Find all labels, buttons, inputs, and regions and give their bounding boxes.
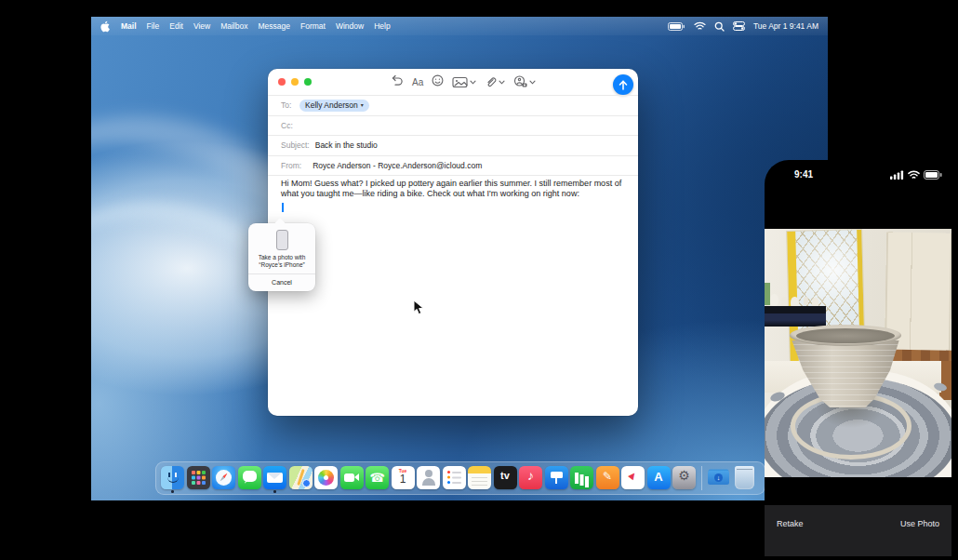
dock-appstore[interactable] bbox=[647, 463, 671, 494]
wifi-icon bbox=[908, 170, 920, 180]
camera-bottom-bar: Retake Use Photo bbox=[765, 505, 951, 556]
cancel-button[interactable]: Cancel bbox=[248, 274, 315, 291]
dock-keynote[interactable] bbox=[545, 463, 568, 494]
search-icon[interactable] bbox=[714, 21, 725, 32]
zoom-window-button[interactable] bbox=[304, 78, 312, 86]
recipient-chevron-icon: ▾ bbox=[361, 102, 364, 108]
launchpad-icon bbox=[187, 466, 210, 489]
photo-browser-control[interactable] bbox=[452, 76, 476, 88]
close-window-button[interactable] bbox=[278, 78, 286, 86]
chevron-down-icon bbox=[499, 80, 505, 85]
camera-photo-preview bbox=[765, 229, 951, 477]
stage: MailFileEditViewMailboxMessageFormatWind… bbox=[0, 0, 958, 560]
battery-icon[interactable] bbox=[668, 22, 685, 31]
dock-launchpad[interactable] bbox=[187, 463, 210, 494]
finder-icon bbox=[161, 466, 184, 489]
subject-value: Back in the studio bbox=[315, 140, 378, 150]
dock-messages[interactable] bbox=[238, 463, 261, 494]
emoji-icon[interactable] bbox=[432, 73, 444, 90]
message-body[interactable]: Hi Mom! Guess what? I picked up pottery … bbox=[281, 179, 625, 199]
pages-icon bbox=[596, 466, 619, 489]
dock-mail[interactable] bbox=[263, 463, 286, 494]
menu-bar: MailFileEditViewMailboxMessageFormatWind… bbox=[91, 17, 828, 35]
minimize-window-button[interactable] bbox=[291, 78, 299, 86]
recipient-name: Kelly Anderson bbox=[305, 100, 358, 110]
dock-tv[interactable] bbox=[494, 463, 517, 494]
dock-photos[interactable] bbox=[314, 463, 338, 494]
use-photo-button[interactable]: Use Photo bbox=[900, 519, 939, 556]
menu-view[interactable]: View bbox=[193, 21, 210, 31]
attachment-control[interactable] bbox=[485, 75, 505, 88]
dock-trash[interactable] bbox=[733, 463, 756, 494]
iphone-outline-icon bbox=[276, 230, 288, 250]
running-indicator bbox=[171, 490, 174, 493]
from-field[interactable]: From: Royce Anderson - Royce.Anderson@ic… bbox=[268, 156, 638, 177]
compose-toolbar: Aa bbox=[391, 69, 536, 95]
menu-format[interactable]: Format bbox=[300, 21, 326, 31]
insert-from-iphone-control[interactable] bbox=[513, 75, 536, 88]
trash-icon bbox=[735, 466, 754, 489]
menu-help[interactable]: Help bbox=[374, 21, 390, 31]
maps-icon bbox=[289, 466, 313, 489]
dock-pages[interactable] bbox=[596, 463, 619, 494]
menu-file[interactable]: File bbox=[147, 21, 160, 31]
attach-icon bbox=[485, 75, 497, 88]
photo-browser-icon bbox=[452, 76, 468, 88]
menu-window[interactable]: Window bbox=[336, 21, 364, 31]
to-label: To: bbox=[281, 100, 294, 110]
mac-display: MailFileEditViewMailboxMessageFormatWind… bbox=[91, 17, 828, 500]
menu-message[interactable]: Message bbox=[258, 21, 290, 31]
subject-label: Subject: bbox=[281, 140, 310, 150]
send-button[interactable] bbox=[613, 74, 633, 95]
dock-settings[interactable] bbox=[672, 463, 696, 494]
dock-rocket[interactable] bbox=[621, 463, 645, 494]
from-label: From: bbox=[281, 161, 301, 170]
undo-icon[interactable] bbox=[391, 73, 404, 90]
clay-bowl-interior bbox=[796, 328, 895, 343]
control-center-icon[interactable] bbox=[733, 21, 745, 31]
dock-facetime[interactable] bbox=[340, 463, 364, 494]
dock-maps[interactable] bbox=[289, 463, 313, 494]
subject-field[interactable]: Subject: Back in the studio bbox=[268, 136, 638, 156]
dock-contacts[interactable] bbox=[417, 463, 440, 494]
dock-separator bbox=[701, 466, 702, 490]
menu-mailbox[interactable]: Mailbox bbox=[220, 21, 247, 31]
keynote-icon bbox=[545, 466, 568, 489]
wifi-icon[interactable] bbox=[694, 21, 706, 31]
dock-downloads[interactable] bbox=[707, 463, 730, 494]
tv-icon bbox=[494, 466, 517, 489]
dock-phone[interactable] bbox=[366, 463, 389, 494]
from-value: Royce Anderson - Royce.Anderson@icloud.c… bbox=[313, 161, 482, 170]
cc-field[interactable]: Cc: bbox=[268, 116, 638, 137]
menu-bar-clock[interactable]: Tue Apr 1 9:41 AM bbox=[753, 21, 818, 31]
photos-icon bbox=[314, 466, 338, 489]
menu-bar-status: Tue Apr 1 9:41 AM bbox=[668, 21, 818, 32]
retake-button[interactable]: Retake bbox=[777, 519, 804, 556]
dock-reminders[interactable] bbox=[443, 463, 466, 494]
mantel-shelf bbox=[765, 306, 826, 327]
cc-label: Cc: bbox=[281, 121, 294, 130]
dock-music[interactable] bbox=[519, 463, 542, 494]
text-caret bbox=[282, 203, 284, 212]
dock-notes[interactable] bbox=[468, 463, 491, 494]
header-fields: To: Kelly Anderson ▾ Cc: Subject: Back i… bbox=[268, 95, 638, 176]
menu-mail[interactable]: Mail bbox=[121, 21, 137, 31]
ceramic-vases bbox=[770, 294, 778, 306]
dock-finder[interactable] bbox=[161, 463, 184, 494]
mail-compose-window: Aa bbox=[268, 69, 638, 416]
menu-edit[interactable]: Edit bbox=[169, 21, 183, 31]
chevron-down-icon bbox=[529, 80, 536, 85]
to-field[interactable]: To: Kelly Anderson ▾ bbox=[268, 96, 638, 116]
iphone-display: 9:41 bbox=[765, 160, 958, 560]
format-icon[interactable]: Aa bbox=[412, 77, 423, 87]
downloads-icon bbox=[707, 466, 730, 489]
dock-calendar[interactable] bbox=[392, 463, 415, 494]
continuity-camera-popover: Take a photo with “Royce’s iPhone” Cance… bbox=[248, 223, 315, 291]
iphone-status-icons bbox=[890, 170, 942, 180]
recipient-token[interactable]: Kelly Anderson ▾ bbox=[299, 100, 369, 112]
dock-safari[interactable] bbox=[212, 463, 235, 494]
iphone-status-bar: 9:41 bbox=[765, 168, 951, 181]
apple-logo-icon[interactable] bbox=[100, 20, 111, 33]
dock-numbers[interactable] bbox=[570, 463, 593, 494]
popover-text-line1: Take a photo with bbox=[248, 254, 315, 261]
